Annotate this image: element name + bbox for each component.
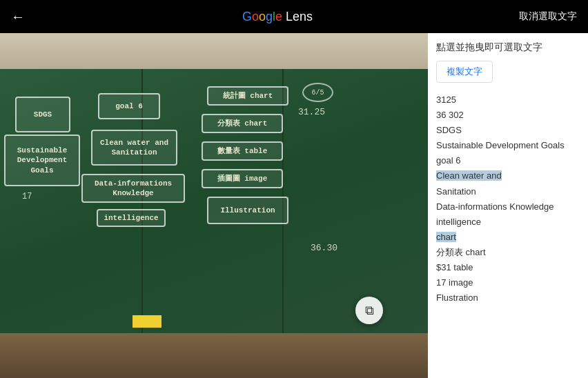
detected-line-6: Clean water and — [436, 168, 580, 183]
detected-line-9: intelligence — [436, 215, 580, 230]
intelligence-text: intelligence — [101, 212, 161, 224]
number-17: 17 — [22, 192, 32, 201]
chart1-text: 統計圖 chart — [220, 90, 276, 102]
highlight-chart: chart — [436, 232, 456, 242]
image-text: 插圖圖 image — [215, 172, 271, 185]
circle-text: 6/5 — [311, 89, 324, 97]
detected-line-3: SDGS — [436, 123, 580, 138]
illus-text: Illustration — [217, 204, 277, 217]
main-content: SDGS SustainableDevelopmentGoals 17 goal… — [0, 33, 588, 378]
sticky-note — [133, 315, 161, 328]
app-logo: Google Lens — [36, 10, 519, 24]
cancel-button[interactable]: 取消選取文字 — [519, 10, 577, 23]
chart2-box: 分類表 chart — [202, 114, 283, 133]
detected-line-11: 分類表 chart — [436, 245, 580, 260]
illus-box: Illustration — [207, 197, 288, 224]
sdg-full-text: SustainableDevelopmentGoals — [14, 144, 70, 177]
goal6-box: goal 6 — [98, 93, 160, 119]
copy-text-button[interactable]: 複製文字 — [436, 61, 493, 83]
detected-line-2: 36 302 — [436, 108, 580, 123]
clean-water-text: Clean water andSanitation — [97, 137, 171, 159]
goal6-text: goal 6 — [112, 100, 146, 112]
copy-overlay-button[interactable]: ⧉ — [355, 297, 383, 324]
image-area: SDGS SustainableDevelopmentGoals 17 goal… — [0, 33, 428, 378]
detected-text-list: 3125 36 302 SDGS Sustainable Development… — [436, 92, 580, 306]
chart1-box: 統計圖 chart — [207, 86, 288, 106]
circle-annotation: 6/5 — [302, 83, 333, 102]
table-text: 數量表 table — [215, 145, 271, 157]
chalkboard-bg: SDGS SustainableDevelopmentGoals 17 goal… — [0, 69, 428, 333]
copy-overlay-icon: ⧉ — [365, 304, 374, 318]
back-button[interactable]: ← — [11, 9, 25, 25]
highlight-clean-water: Clean water and — [436, 170, 502, 181]
num-3125: 31.25 — [298, 107, 325, 117]
table-box: 數量表 table — [202, 141, 283, 161]
intelligence-box: intelligence — [97, 209, 166, 227]
data-info-text: Data-informations Knowledge — [83, 177, 184, 200]
detected-line-12: $31 table — [436, 260, 580, 275]
num-3630: 36.30 — [311, 243, 337, 253]
image-box: 插圖圖 image — [202, 169, 283, 188]
detected-line-7: Sanitation — [436, 184, 580, 199]
detected-line-10: chart — [436, 230, 580, 245]
right-panel: 點選並拖曳即可選取文字 複製文字 3125 36 302 SDGS Sustai… — [428, 33, 588, 378]
detected-line-4: Sustainable Development Goals — [436, 138, 580, 153]
detected-line-1: 3125 — [436, 92, 580, 108]
floor — [0, 333, 428, 378]
detected-line-5: goal 6 — [436, 153, 580, 168]
top-bar: ← Google Lens 取消選取文字 — [0, 0, 588, 33]
data-info-box: Data-informations Knowledge — [81, 174, 185, 203]
chart2-text: 分類表 chart — [215, 117, 271, 130]
detected-line-13: 17 image — [436, 275, 580, 290]
clean-water-box: Clean water andSanitation — [91, 130, 177, 166]
sdgs-box: SDGS — [15, 97, 70, 132]
sdgs-text: SDGS — [31, 108, 55, 121]
detected-line-14: Flustration — [436, 290, 580, 306]
detected-line-8: Data-informations Knowledge — [436, 199, 580, 215]
ceiling — [0, 33, 428, 69]
panel-title: 點選並拖曳即可選取文字 — [436, 41, 580, 54]
sdg-full-box: SustainableDevelopmentGoals — [4, 135, 80, 186]
